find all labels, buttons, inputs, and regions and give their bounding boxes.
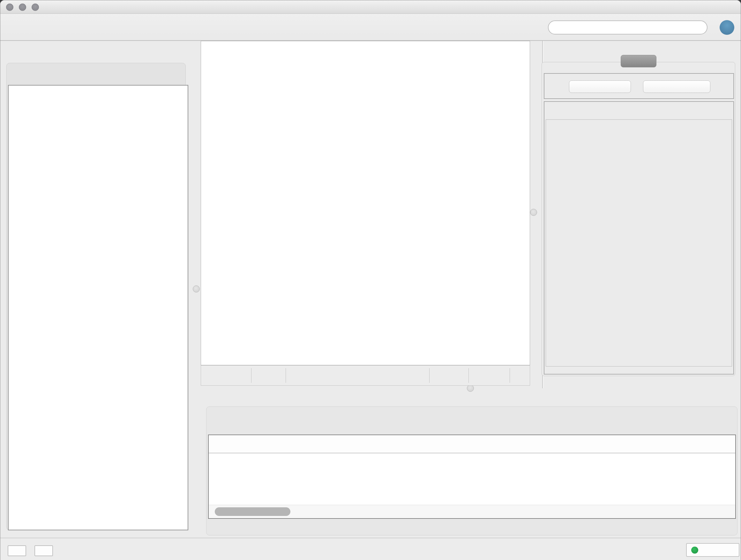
main-toolbar xyxy=(0,14,741,41)
app-window xyxy=(0,0,741,560)
separator xyxy=(251,368,252,383)
network-graph[interactable] xyxy=(201,41,530,365)
memory-button[interactable] xyxy=(686,543,739,557)
control-panel xyxy=(3,41,192,532)
expand-all-button[interactable] xyxy=(569,80,631,93)
maximize-window-button[interactable] xyxy=(31,3,39,11)
protein-structure-image xyxy=(561,145,695,260)
close-window-button[interactable] xyxy=(6,3,13,11)
separator xyxy=(510,368,510,383)
network-list-header xyxy=(8,74,188,85)
node-table xyxy=(208,435,736,519)
collapse-all-button[interactable] xyxy=(643,80,711,93)
network-view xyxy=(201,41,530,386)
left-splitter-handle[interactable] xyxy=(193,286,200,293)
tab-string[interactable] xyxy=(621,55,657,67)
table-header-row xyxy=(209,435,735,453)
scrollbar-thumb[interactable] xyxy=(215,507,290,516)
bottom-splitter-handle[interactable] xyxy=(467,385,474,392)
memory-status-dot xyxy=(691,547,698,554)
cloud-button[interactable] xyxy=(8,545,26,556)
table-panel xyxy=(201,392,741,538)
warning-button[interactable] xyxy=(35,545,53,556)
results-panel xyxy=(542,41,741,388)
right-splitter-handle[interactable] xyxy=(530,209,537,216)
network-tree xyxy=(8,85,188,530)
separator xyxy=(286,368,286,383)
gene-result-box xyxy=(544,101,734,374)
help-button[interactable] xyxy=(720,20,734,35)
network-canvas[interactable] xyxy=(201,41,530,365)
screen xyxy=(0,0,741,560)
separator xyxy=(429,368,429,383)
search-input[interactable] xyxy=(548,20,708,35)
gene-header[interactable] xyxy=(544,102,733,119)
title-bar xyxy=(0,0,741,14)
status-bar xyxy=(0,538,741,560)
results-buttons-box xyxy=(544,73,734,99)
network-view-toolbar xyxy=(201,365,530,386)
separator xyxy=(468,368,469,383)
gene-details xyxy=(546,119,732,367)
minimize-window-button[interactable] xyxy=(19,3,26,11)
table-horizontal-scrollbar[interactable] xyxy=(209,505,735,518)
